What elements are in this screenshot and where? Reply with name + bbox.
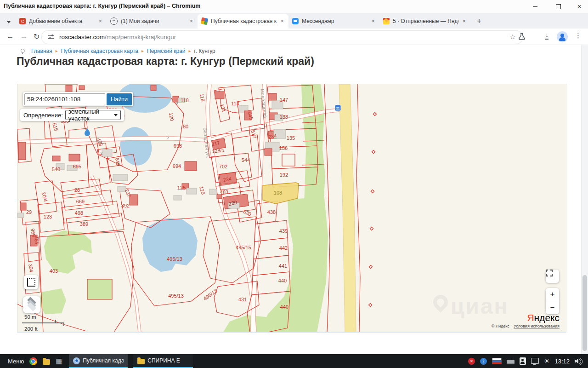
tab-close-icon[interactable]: × — [462, 18, 467, 24]
display-settings-icon[interactable] — [531, 358, 539, 364]
parcel-label: 495/13 — [168, 293, 184, 299]
parcel-label: 125 — [198, 185, 206, 195]
reload-icon[interactable]: ↻ — [34, 32, 40, 41]
menu-button[interactable]: Меню — [8, 358, 24, 365]
zoom-controls: + − — [546, 288, 559, 314]
forward-icon[interactable]: → — [20, 32, 28, 40]
building — [69, 154, 80, 161]
tab-close-icon[interactable]: × — [371, 18, 376, 24]
browser-tab[interactable]: Публичная кадастровая кар× — [198, 14, 288, 29]
close-button[interactable]: × — [576, 3, 582, 10]
parcel-label: 28 — [74, 187, 80, 193]
maximize-button[interactable] — [555, 3, 561, 10]
parcel-label: 540 — [52, 167, 60, 172]
taskbar: Меню ▦ Публичная кадас...СПИРИНА Е × ᛒ ☀… — [0, 354, 588, 368]
parcel-label: 114 — [231, 101, 239, 106]
zoom-in-button[interactable]: + — [546, 288, 559, 301]
cadastral-map[interactable]: 2166651550611811891208056986941251256955… — [17, 84, 566, 333]
boundary-marker-icon — [372, 150, 375, 153]
parcel-label: 80 — [183, 124, 188, 129]
browser-tab[interactable]: Добавление объекта× — [16, 14, 107, 29]
building — [52, 156, 60, 161]
download-icon[interactable]: ↓ — [545, 32, 548, 40]
scale-imperial: 200 ft — [24, 326, 38, 332]
parcel-label: 441 — [279, 263, 287, 269]
bluetooth-icon[interactable]: ᛒ — [480, 358, 487, 365]
breadcrumb-item[interactable]: Главная — [31, 48, 52, 54]
cadastral-parcel — [40, 145, 89, 192]
building — [20, 203, 26, 210]
breadcrumb: Главная▸Публичная кадастровая карта▸Перм… — [20, 47, 215, 54]
parcel-search-input[interactable] — [24, 93, 105, 105]
tab-label: Добавление объекта — [29, 18, 95, 24]
tab-close-icon[interactable]: × — [280, 18, 285, 24]
tab-search-chevron-icon[interactable] — [3, 16, 15, 29]
browser-menu-icon[interactable]: ⋮ — [575, 31, 582, 40]
user-session-icon[interactable] — [520, 357, 526, 365]
minimize-button[interactable] — [532, 3, 538, 10]
address-bar[interactable]: roscadaster.com/map/permskij-kraj/kungur… — [41, 30, 523, 44]
taskbar-task[interactable]: СПИРИНА Е — [133, 354, 193, 368]
parcel-label: 495/13 — [167, 256, 182, 262]
tab-label: Публичная кадастровая кар — [211, 18, 277, 24]
search-button[interactable]: Найти — [107, 93, 132, 105]
breadcrumb-separator-icon: ▸ — [189, 48, 191, 53]
tab-close-icon[interactable]: × — [189, 18, 194, 24]
keyboard-layout-flag-icon[interactable] — [492, 358, 502, 364]
breadcrumb-separator-icon: ▸ — [141, 48, 144, 53]
browser-tab[interactable]: (1) Мои задачи× — [107, 14, 198, 29]
back-icon[interactable]: ← — [6, 32, 14, 40]
antivirus-shield-icon[interactable]: × — [468, 358, 475, 365]
browser-tab[interactable]: Мессенджер× — [288, 14, 379, 29]
cian-pin-icon — [430, 292, 451, 312]
building — [217, 195, 222, 199]
definition-select[interactable]: земельный участок — [65, 110, 121, 120]
browser-tab[interactable]: 5 · Отправленные — Яндекс× — [379, 14, 470, 29]
parcel-label: 118 — [199, 93, 206, 102]
new-tab-button[interactable]: + — [473, 15, 485, 27]
layers-button[interactable] — [23, 296, 40, 313]
parcel-label: 440 — [280, 304, 288, 310]
building — [174, 196, 181, 200]
parcel-search-card: Найти — [23, 92, 133, 106]
labs-flask-icon[interactable] — [518, 33, 526, 42]
measure-button[interactable] — [24, 275, 38, 289]
parcel-label: 120 — [168, 112, 175, 121]
removable-drive-icon[interactable] — [507, 360, 514, 364]
mail-yandex-icon — [383, 18, 390, 24]
parcel-label: 138 — [280, 114, 288, 120]
breadcrumb-item[interactable]: Публичная кадастровая карта — [61, 48, 138, 54]
url-path: /map/permskij-kraj/kungur — [105, 34, 176, 40]
site-info-icon[interactable] — [48, 35, 55, 40]
parcel-label: 515 — [51, 122, 59, 132]
parcel-label: 392 — [121, 203, 130, 208]
taskbar-task[interactable]: Публичная кадас... — [69, 354, 128, 368]
building — [187, 188, 197, 194]
chrome-launcher-icon[interactable] — [29, 357, 37, 365]
breadcrumb-separator-icon: ▸ — [56, 48, 58, 53]
breadcrumb-item[interactable]: Пермский край — [147, 48, 186, 54]
fullscreen-button[interactable] — [546, 270, 559, 283]
tab-close-icon[interactable]: × — [98, 18, 103, 24]
boundary-line — [356, 84, 360, 332]
green-area — [87, 279, 112, 299]
yandex-logo[interactable]: Яндекс — [527, 312, 560, 323]
building — [185, 161, 197, 171]
definition-card: Определение: земельный участок — [20, 109, 124, 121]
profile-avatar[interactable] — [557, 31, 568, 42]
url-text[interactable]: roscadaster.com/map/permskij-kraj/kungur — [59, 34, 176, 40]
task-label: Публичная кадас... — [83, 357, 124, 364]
breadcrumb-item[interactable]: г. Кунгур — [194, 48, 215, 54]
apps-grid-icon[interactable]: ▦ — [56, 357, 62, 365]
files-launcher-icon[interactable] — [43, 359, 50, 365]
bitrix-red-icon — [19, 18, 26, 24]
parcel-label: 9 — [175, 100, 178, 105]
terms-link[interactable]: Условия использования — [514, 324, 560, 328]
bookmark-star-icon[interactable]: ☆ — [510, 33, 516, 41]
scrollbar-thumb[interactable] — [582, 275, 587, 351]
map-attribution: © ЯндексУсловия использования — [492, 324, 560, 328]
page-scrollbar[interactable] — [581, 45, 588, 354]
brightness-icon[interactable]: ☀ — [544, 357, 550, 365]
volume-icon[interactable] — [575, 358, 582, 364]
building — [151, 85, 156, 91]
